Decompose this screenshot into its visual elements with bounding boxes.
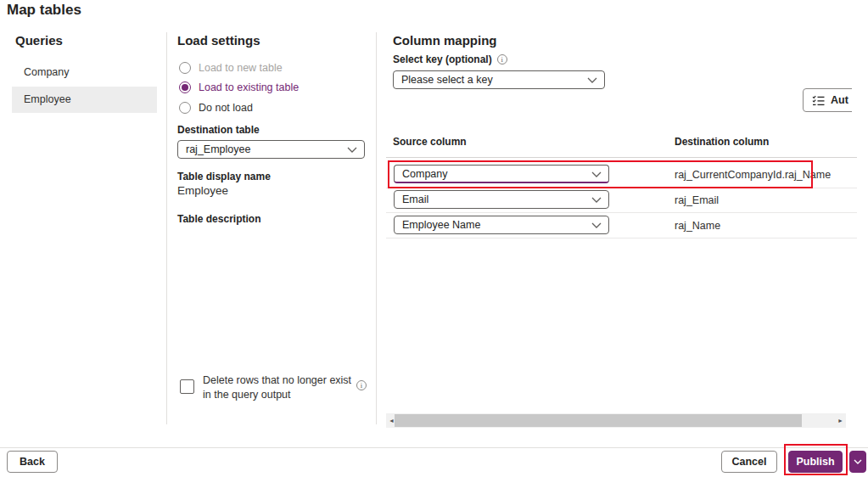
- dropdown-value: Please select a key: [394, 71, 604, 88]
- radio-icon: [179, 81, 191, 93]
- chevron-down-icon: [591, 197, 602, 204]
- queries-heading: Queries: [15, 33, 63, 48]
- load-settings-heading: Load settings: [177, 33, 260, 48]
- source-column-dropdown-email[interactable]: Email: [394, 190, 609, 209]
- chevron-down-icon: [587, 77, 597, 84]
- radio-label: Load to existing table: [199, 81, 299, 93]
- panel-divider: [376, 32, 377, 424]
- info-icon[interactable]: [497, 54, 507, 65]
- info-icon[interactable]: [356, 380, 367, 390]
- dropdown-value: Email: [395, 191, 608, 208]
- chevron-down-icon: [591, 222, 602, 229]
- auto-map-label: Aut: [831, 94, 848, 106]
- table-row-divider: [386, 238, 857, 238]
- table-row-divider: [386, 212, 857, 213]
- cancel-button[interactable]: Cancel: [721, 451, 777, 473]
- table-display-name-value: Employee: [177, 184, 228, 197]
- auto-map-checklist-icon: [812, 95, 825, 106]
- dropdown-value: Employee Name: [395, 216, 608, 233]
- page-title: Map tables: [7, 2, 81, 19]
- back-button[interactable]: Back: [7, 451, 58, 473]
- column-mapping-heading: Column mapping: [393, 33, 497, 48]
- table-display-name-label: Table display name: [177, 171, 271, 182]
- auto-map-button[interactable]: Aut: [803, 88, 852, 112]
- dropdown-value: raj_Employee: [178, 141, 364, 158]
- delete-rows-checkbox[interactable]: [180, 379, 194, 394]
- auto-map-button-clip: Aut: [803, 88, 852, 114]
- destination-column-header: Destination column: [675, 136, 769, 148]
- radio-icon: [179, 62, 191, 74]
- source-column-header: Source column: [393, 136, 467, 148]
- publish-button[interactable]: Publish: [788, 451, 843, 473]
- scrollbar-thumb[interactable]: [395, 414, 802, 427]
- query-item-label: Employee: [24, 93, 71, 105]
- horizontal-scrollbar[interactable]: ◄ ►: [386, 413, 846, 428]
- radio-icon: [179, 102, 191, 114]
- table-row-divider: [386, 188, 857, 188]
- map-tables-page: Map tables Queries Company Employee Load…: [0, 0, 868, 477]
- query-item-company[interactable]: Company: [12, 59, 157, 86]
- radio-do-not-load[interactable]: Do not load: [179, 101, 253, 115]
- table-description-label: Table description: [177, 213, 260, 225]
- query-item-employee[interactable]: Employee: [12, 87, 157, 113]
- radio-label: Do not load: [199, 102, 253, 114]
- source-column-dropdown-employee-name[interactable]: Employee Name: [394, 216, 609, 234]
- panel-divider: [166, 32, 167, 424]
- radio-label: Load to new table: [199, 62, 283, 74]
- destination-column-value: raj_Name: [675, 220, 720, 232]
- table-header-divider: [386, 157, 857, 158]
- delete-rows-label: Delete rows that no longer exist in the …: [203, 373, 361, 402]
- destination-table-label: Destination table: [177, 124, 260, 136]
- destination-column-value: raj_CurrentCompanyId.raj_Name: [675, 169, 831, 181]
- chevron-down-icon: [591, 171, 602, 178]
- source-column-dropdown-company[interactable]: Company: [394, 165, 609, 183]
- chevron-down-icon: [854, 459, 862, 465]
- destination-column-value: raj_Email: [675, 194, 719, 206]
- footer-divider: [0, 447, 868, 448]
- select-key-dropdown[interactable]: Please select a key: [393, 70, 605, 89]
- destination-table-dropdown[interactable]: raj_Employee: [177, 140, 365, 159]
- publish-split-chevron-button[interactable]: [849, 451, 866, 473]
- scroll-right-arrow-icon[interactable]: ►: [836, 413, 845, 428]
- select-key-label: Select key (optional): [393, 53, 492, 65]
- dropdown-value: Company: [395, 166, 608, 182]
- radio-load-to-existing-table[interactable]: Load to existing table: [179, 81, 299, 94]
- chevron-down-icon: [347, 147, 357, 154]
- query-item-label: Company: [24, 66, 70, 78]
- radio-load-to-new-table[interactable]: Load to new table: [179, 61, 283, 75]
